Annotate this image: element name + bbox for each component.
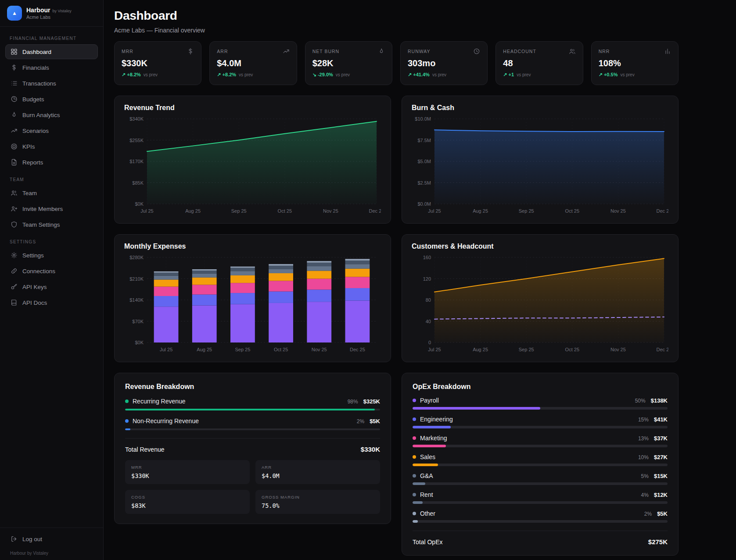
sidebar-item-kpis[interactable]: KPIs xyxy=(5,139,98,154)
people-icon xyxy=(569,48,576,55)
svg-text:Sep 25: Sep 25 xyxy=(235,347,250,352)
stat-label: MRR xyxy=(131,465,244,470)
revenue-trend-card: Revenue Trend $0K$85K$170K$255K$340KJul … xyxy=(114,96,391,224)
sidebar-item-label: KPIs xyxy=(22,143,35,150)
person-add-icon xyxy=(11,205,18,212)
delta-value: +41.4% xyxy=(413,72,430,77)
delta-value: +1 xyxy=(509,72,514,77)
kpi-label: NRR xyxy=(599,49,610,54)
nav-section-team: TEAM xyxy=(10,177,93,182)
svg-text:Dec 25: Dec 25 xyxy=(350,347,365,352)
sidebar-item-invite-members[interactable]: Invite Members xyxy=(5,201,98,216)
breakdown-name: Other xyxy=(420,510,435,517)
main-content: Dashboard Acme Labs — Financial overview… xyxy=(104,0,736,560)
breakdown-value: $5K xyxy=(657,510,668,517)
page-subtitle: Acme Labs — Financial overview xyxy=(114,27,679,34)
sidebar-item-label: Scenarios xyxy=(22,128,49,134)
svg-text:$7.5M: $7.5M xyxy=(417,138,431,143)
stat-label: COGS xyxy=(131,495,244,499)
breakdown-value: $27K xyxy=(654,454,668,460)
sidebar-item-budgets[interactable]: Budgets xyxy=(5,92,98,107)
svg-text:Oct 25: Oct 25 xyxy=(565,208,579,214)
progress-track xyxy=(413,407,668,410)
svg-text:Oct 25: Oct 25 xyxy=(565,347,579,352)
delta-arrow: ↗ xyxy=(408,72,412,77)
delta-arrow: ↗ xyxy=(217,72,221,77)
breakdown-row-recurring-revenue: Recurring Revenue 98%$325K xyxy=(125,398,380,410)
kpi-card-net-burn: NET BURN $28K ↘ -29.0% vs prev xyxy=(305,41,392,85)
svg-text:$2.5M: $2.5M xyxy=(417,180,431,185)
delta-arrow: ↗ xyxy=(599,72,603,77)
kpi-value: 303mo xyxy=(408,58,480,68)
progress-fill xyxy=(413,407,540,410)
kpi-card-headcount: HEADCOUNT 48 ↗ +1 vs prev xyxy=(495,41,583,85)
legend-dot xyxy=(413,417,416,421)
svg-text:Jul 25: Jul 25 xyxy=(140,208,153,214)
kpi-value: 108% xyxy=(599,58,671,68)
breakdown-name: Rent xyxy=(420,491,433,498)
app: ▲ Harbour by Vistaley Acme Labs FINANCIA… xyxy=(0,0,736,560)
sidebar-item-team[interactable]: Team xyxy=(5,185,98,200)
svg-text:$70K: $70K xyxy=(132,319,144,324)
bar-chart-icon xyxy=(664,48,671,55)
progress-fill xyxy=(413,482,425,485)
svg-text:$255K: $255K xyxy=(129,138,144,143)
sidebar-item-transactions[interactable]: Transactions xyxy=(5,76,98,91)
customers-headcount-card: Customers & Headcount 04080120160Jul 25A… xyxy=(402,234,679,362)
sidebar-item-dashboard[interactable]: Dashboard xyxy=(5,44,98,59)
svg-text:Dec 25: Dec 25 xyxy=(657,347,668,352)
svg-text:Sep 25: Sep 25 xyxy=(231,208,247,214)
sidebar-item-financials[interactable]: Financials xyxy=(5,60,98,75)
legend-dot xyxy=(413,399,416,402)
legend-dot xyxy=(413,455,416,459)
kpi-delta: ↗ +41.4% vs prev xyxy=(408,72,480,78)
kpi-card-arr: ARR $4.0M ↗ +8.2% vs prev xyxy=(209,41,297,85)
progress-fill xyxy=(125,409,375,410)
breakdown-row-ga: G&A 5%$15K xyxy=(413,472,668,485)
dollar-icon xyxy=(11,64,18,71)
sidebar-nav: FINANCIAL MANAGEMENT Dashboard Financial… xyxy=(0,27,103,528)
sidebar-item-burn-analytics[interactable]: Burn Analytics xyxy=(5,107,98,122)
kpi-label: HEADCOUNT xyxy=(503,49,536,54)
breakdown-name: Recurring Revenue xyxy=(133,398,186,405)
link-icon xyxy=(11,268,18,275)
kpi-value: $28K xyxy=(312,58,385,68)
svg-text:Dec 25: Dec 25 xyxy=(369,208,381,214)
kpi-card-nrr: NRR 108% ↗ +0.5% vs prev xyxy=(591,41,679,85)
sidebar-item-settings[interactable]: Settings xyxy=(5,248,98,263)
progress-track xyxy=(413,482,668,485)
sidebar-item-api-keys[interactable]: API Keys xyxy=(5,279,98,294)
sidebar-item-label: Transactions xyxy=(22,80,56,87)
svg-text:$140K: $140K xyxy=(129,297,144,303)
sidebar: ▲ Harbour by Vistaley Acme Labs FINANCIA… xyxy=(0,0,104,560)
sidebar-item-api-docs[interactable]: API Docs xyxy=(5,295,98,310)
harbour-logo-icon: ▲ xyxy=(7,6,22,21)
sidebar-item-scenarios[interactable]: Scenarios xyxy=(5,123,98,138)
breakdown-row-payroll: Payroll 50%$138K xyxy=(413,397,668,410)
logout-button[interactable]: Log out xyxy=(5,531,98,546)
svg-text:Sep 25: Sep 25 xyxy=(519,347,534,352)
sidebar-item-connections[interactable]: Connections xyxy=(5,264,98,278)
kpi-delta: ↘ -29.0% vs prev xyxy=(312,72,385,78)
legend-dot xyxy=(413,474,416,478)
stat-label: GROSS MARGIN xyxy=(262,495,374,499)
breakdown-row-non-recurring-revenue: Non-Recurring Revenue 2%$5K xyxy=(125,417,380,430)
progress-fill xyxy=(413,464,438,466)
breakdown-pct: 2% xyxy=(644,511,652,517)
breakdown-value: $41K xyxy=(654,416,668,423)
progress-track xyxy=(413,445,668,447)
total-opex-row: Total OpEx $275K xyxy=(413,531,668,546)
kpi-delta: ↗ +8.2% vs prev xyxy=(217,72,289,78)
breakdown-name: Non-Recurring Revenue xyxy=(133,417,199,424)
clock-icon xyxy=(473,48,480,55)
sidebar-item-reports[interactable]: Reports xyxy=(5,155,98,170)
total-revenue-row: Total Revenue $330K xyxy=(125,438,380,453)
stat-label: ARR xyxy=(262,465,374,470)
breakdown-row-sales: Sales 10%$27K xyxy=(413,453,668,466)
svg-text:Oct 25: Oct 25 xyxy=(274,347,288,352)
sidebar-item-team-settings[interactable]: Team Settings xyxy=(5,217,98,232)
progress-fill xyxy=(413,445,446,447)
sidebar-item-label: Team Settings xyxy=(22,221,60,228)
breakdown-value: $138K xyxy=(651,397,668,404)
svg-text:Nov 25: Nov 25 xyxy=(610,208,626,214)
